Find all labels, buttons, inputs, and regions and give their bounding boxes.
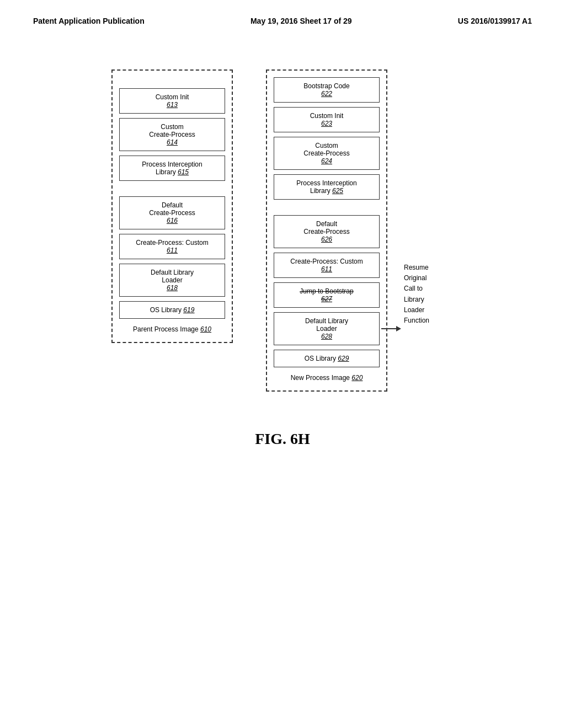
box-title: Jump to Bootstrap bbox=[300, 287, 353, 295]
box-num: 623 bbox=[321, 120, 332, 127]
fig-label: FIG. 6H bbox=[0, 430, 565, 448]
box-custom-create-process-614: CustomCreate-Process 614 bbox=[119, 118, 225, 151]
box-os-library-619: OS Library 619 bbox=[119, 301, 225, 319]
box-num: 611 bbox=[167, 247, 178, 254]
box-title: CustomCreate-Process bbox=[303, 142, 349, 157]
box-custom-create-process-624: CustomCreate-Process 624 bbox=[274, 137, 380, 170]
arrow-indicator bbox=[381, 326, 401, 331]
box-title: Custom Init bbox=[156, 93, 189, 101]
box-num: 616 bbox=[167, 217, 178, 224]
box-jump-to-bootstrap-627: Jump to Bootstrap 627 bbox=[274, 282, 380, 308]
box-num: 625 bbox=[332, 187, 343, 195]
box-num: 627 bbox=[321, 295, 332, 303]
box-create-process-custom-611-right: Create-Process: Custom 611 bbox=[274, 253, 380, 278]
box-title: Custom Init bbox=[310, 112, 344, 120]
box-custom-init-623: Custom Init 623 bbox=[274, 107, 380, 132]
box-title: DefaultCreate-Process bbox=[303, 220, 349, 235]
box-num: 626 bbox=[321, 235, 332, 243]
box-title: Default LibraryLoader bbox=[305, 317, 348, 333]
box-num: 611 bbox=[321, 265, 332, 273]
box-default-library-loader-628: Default LibraryLoader 628 bbox=[274, 312, 380, 345]
box-num: 629 bbox=[338, 355, 349, 362]
parent-process-container: Custom Init 613 CustomCreate-Process 614… bbox=[111, 69, 233, 343]
box-title: CustomCreate-Process bbox=[149, 123, 195, 138]
box-title: OS Library bbox=[305, 355, 336, 362]
box-default-create-process-626: DefaultCreate-Process 626 bbox=[274, 215, 380, 248]
box-create-process-custom-611-left: Create-Process: Custom 611 bbox=[119, 234, 225, 259]
parent-process-label: Parent Process Image 610 bbox=[119, 323, 225, 335]
box-title: Default LibraryLoader bbox=[151, 269, 194, 284]
box-title: Create-Process: Custom bbox=[136, 239, 208, 247]
diagram-area: Custom Init 613 CustomCreate-Process 614… bbox=[0, 47, 565, 414]
box-title: DefaultCreate-Process bbox=[149, 201, 195, 217]
arrowhead bbox=[396, 326, 401, 331]
box-num: 628 bbox=[321, 333, 332, 340]
box-num: 615 bbox=[178, 168, 189, 176]
box-num: 614 bbox=[167, 138, 178, 146]
box-os-library-629: OS Library 629 bbox=[274, 350, 380, 367]
page-header: Patent Application Publication May 19, 2… bbox=[0, 0, 565, 31]
box-process-interception-625: Process InterceptionLibrary 625 bbox=[274, 174, 380, 200]
arrow-line bbox=[381, 328, 397, 329]
box-num: 619 bbox=[183, 306, 194, 314]
new-process-container: Bootstrap Code 622 Custom Init 623 Custo… bbox=[266, 69, 387, 392]
new-process-label: New Process Image 620 bbox=[274, 372, 380, 384]
box-title: Process InterceptionLibrary bbox=[142, 160, 202, 176]
box-process-interception-615: Process InterceptionLibrary 615 bbox=[119, 156, 225, 181]
box-custom-init-613: Custom Init 613 bbox=[119, 88, 225, 114]
header-left: Patent Application Publication bbox=[33, 17, 145, 25]
resume-label-text: ResumeOriginalCall toLibraryLoaderFuncti… bbox=[404, 264, 429, 324]
box-num: 618 bbox=[167, 284, 178, 292]
box-num: 624 bbox=[321, 157, 332, 165]
label-text: Parent Process Image bbox=[133, 325, 200, 333]
label-num: 620 bbox=[351, 374, 363, 382]
new-process-section: Bootstrap Code 622 Custom Init 623 Custo… bbox=[266, 69, 454, 392]
box-bootstrap-code-622: Bootstrap Code 622 bbox=[274, 77, 380, 103]
header-middle: May 19, 2016 Sheet 17 of 29 bbox=[250, 17, 352, 25]
header-right: US 2016/0139917 A1 bbox=[458, 17, 532, 25]
box-num: 622 bbox=[321, 90, 332, 98]
box-title: Bootstrap Code bbox=[303, 82, 349, 90]
box-default-create-process-616: DefaultCreate-Process 616 bbox=[119, 196, 225, 229]
box-title: OS Library bbox=[150, 306, 182, 314]
label-num: 610 bbox=[200, 325, 211, 333]
resume-label: ResumeOriginalCall toLibraryLoaderFuncti… bbox=[404, 263, 454, 326]
label-text: New Process Image bbox=[291, 374, 352, 382]
box-num: 613 bbox=[167, 101, 178, 109]
box-title: Create-Process: Custom bbox=[290, 258, 363, 265]
box-default-library-loader-618: Default LibraryLoader 618 bbox=[119, 264, 225, 297]
box-title: Process InterceptionLibrary bbox=[296, 179, 356, 195]
